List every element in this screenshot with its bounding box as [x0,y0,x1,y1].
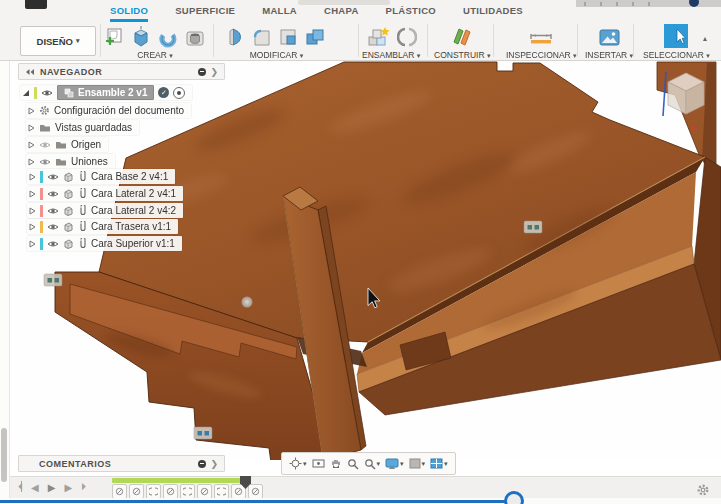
collapsed-triangle-icon[interactable] [29,223,36,231]
tree-row-cara-lateral-1[interactable]: Cara Lateral 2 v4:1 [27,186,183,201]
fit-icon[interactable]: ▾ [364,458,381,470]
group-insertar-label[interactable]: INSERTAR ▾ [585,50,633,60]
tree-row-cara-trasera[interactable]: Cara Trasera v1:1 [27,219,178,234]
collapsed-triangle-icon[interactable] [28,124,35,132]
joint-glyph-badge[interactable] [524,221,542,233]
construction-plane-icon[interactable] [450,25,474,48]
select-cursor-icon[interactable] [664,24,688,48]
component-color-bar [34,87,37,99]
extrude-icon[interactable] [130,25,152,48]
timeline-op-body-icon[interactable] [248,484,263,499]
panel-options-icon[interactable] [198,68,206,76]
group-construir-label[interactable]: CONSTRUIR ▾ [434,50,490,60]
panel-expand-icon[interactable]: ❯ [210,67,218,77]
timeline-op-joint-icon[interactable] [214,484,229,499]
fillet-icon[interactable] [251,27,273,48]
combine-icon[interactable] [304,26,327,48]
step-forward-button[interactable]: ▶ [64,482,72,493]
ribbon-overflow-icon[interactable]: ▴ [703,34,707,43]
cloud-status-icon[interactable]: ✓ [158,87,169,98]
group-modificar-label[interactable]: MODIFICAR ▾ [250,50,304,60]
body-icon [63,221,74,232]
display-settings-icon[interactable]: ▾ [385,458,404,470]
player-settings-gear-icon[interactable] [696,483,710,501]
group-seleccionar-label[interactable]: SELECCIONAR ▾ [643,50,710,60]
eye-icon[interactable] [47,207,59,215]
tree-row-cara-base[interactable]: Cara Base 2 v4:1 [27,169,175,184]
create-sketch-icon[interactable] [104,27,125,48]
tree-row-saved-views[interactable]: Vistas guardadas [26,120,139,135]
eye-icon[interactable] [39,141,51,149]
group-crear-label[interactable]: CREAR ▾ [137,50,173,60]
eye-icon[interactable] [41,89,53,97]
eye-icon[interactable] [47,190,59,198]
component-color-bar [40,188,43,200]
tab-utilidades[interactable]: UTILIDADES [463,5,523,22]
collapsed-triangle-icon[interactable] [29,190,36,198]
eye-icon[interactable] [47,173,59,181]
video-progress-knob[interactable] [504,491,524,504]
collapsed-triangle-icon[interactable] [28,158,35,166]
root-component-pill[interactable]: Ensamble 2 v1 [57,85,154,100]
tree-row-cara-superior[interactable]: Cara Superior v1:1 [27,236,182,251]
comments-panel-header[interactable]: COMENTARIOS ❯ [18,455,225,472]
shell-icon[interactable] [278,27,299,48]
timeline-green-bar[interactable] [112,478,248,483]
timeline-op-body-icon[interactable] [163,484,178,499]
group-ensamblar-label[interactable]: ENSAMBLAR ▾ [362,50,420,60]
joint-icon[interactable] [397,26,417,48]
group-inspeccionar-label[interactable]: INSPECCIONAR ▾ [506,50,577,60]
pan-icon[interactable] [330,458,342,470]
collapsed-triangle-icon[interactable] [29,240,36,248]
tree-row-doc-settings[interactable]: Configuración del documento [26,103,191,118]
new-component-icon[interactable] [366,25,392,48]
panel-expand-icon[interactable]: ❯ [210,459,218,469]
eye-icon[interactable] [47,240,59,248]
tab-solido[interactable]: SOLIDO [110,5,148,22]
tree-row-root[interactable]: Ensamble 2 v1 ✓ [20,85,192,100]
collapsed-triangle-icon[interactable] [28,141,35,149]
tree-row-cara-lateral-2[interactable]: Cara Lateral 2 v4:2 [27,203,183,218]
step-back-button[interactable]: ◀ [31,482,39,493]
collapsed-triangle-icon[interactable] [29,207,36,215]
tab-plastico[interactable]: PLÁSTICO [386,5,436,22]
grid-settings-icon[interactable]: ▾ [409,458,426,469]
tree-row-origin[interactable]: Origen [26,137,108,152]
timeline-op-joint-icon[interactable] [180,484,195,499]
play-button[interactable]: ▶ [48,482,56,493]
joint-glyph-badge[interactable] [44,274,62,286]
expand-triangle-icon[interactable] [22,89,30,97]
collapsed-triangle-icon[interactable] [28,107,35,115]
go-to-start-button[interactable]: ⏴ [18,481,22,493]
joint-origin-sphere[interactable] [242,297,253,308]
video-progress-bar[interactable] [0,500,513,503]
insert-image-icon[interactable] [598,28,621,48]
press-pull-icon[interactable] [226,26,246,48]
joint-glyph-badge[interactable] [194,427,212,439]
hole-icon[interactable] [184,28,206,48]
timeline-op-joint-icon[interactable] [146,484,161,499]
navigator-header[interactable]: NAVEGADOR ❯ [18,63,225,80]
zoom-icon[interactable] [347,458,359,470]
tab-chapa[interactable]: CHAPA [324,5,359,22]
orbit-icon[interactable]: ▾ [289,457,307,470]
collapse-panel-icon[interactable] [25,68,35,76]
tab-malla[interactable]: MALLA [262,5,297,22]
revolve-icon[interactable] [157,28,179,48]
timeline-op-body-icon[interactable] [129,484,144,499]
tree-row-joints[interactable]: Uniones [26,154,115,169]
go-to-end-button[interactable]: ⏵ [81,481,86,493]
viewports-icon[interactable]: ▾ [430,458,448,469]
collapsed-triangle-icon[interactable] [29,173,36,181]
timeline-op-body-icon[interactable] [197,484,212,499]
timeline-op-body-icon[interactable] [112,484,127,499]
look-at-icon[interactable] [312,458,325,469]
tab-superficie[interactable]: SUPERFICIE [175,5,235,22]
eye-icon[interactable] [39,158,51,166]
measure-icon[interactable] [527,30,555,48]
scrollbar-thumb[interactable] [1,428,7,482]
panel-options-icon[interactable] [198,460,206,468]
eye-icon[interactable] [47,223,59,231]
activate-component-radio[interactable] [173,87,185,99]
design-menu-button[interactable]: DISEÑO ▾ [20,26,96,56]
